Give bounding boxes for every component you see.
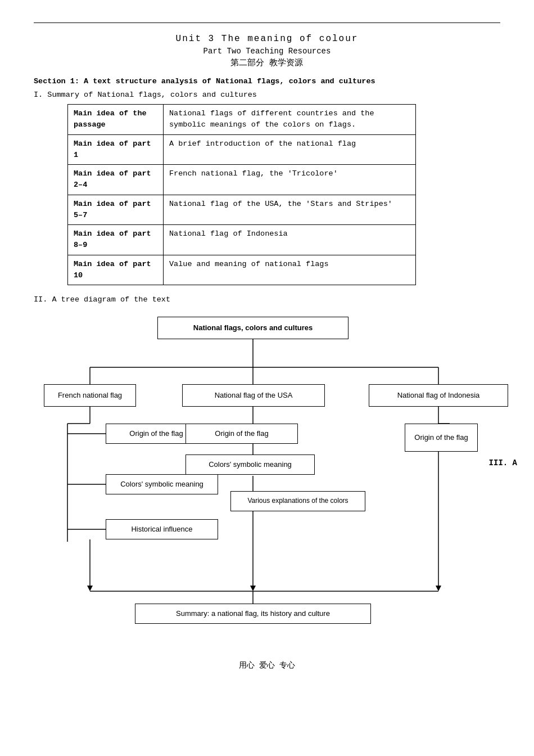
usa-flag-box: National flag of the USA: [182, 384, 325, 407]
roman1-heading: I. Summary of National flags, colors and…: [34, 89, 500, 101]
table-row: Main idea of part 1A brief introduction …: [68, 134, 416, 165]
roman2-heading: II. A tree diagram of the text: [34, 294, 500, 305]
table-cell-value: French national flag, the 'Tricolore': [164, 165, 416, 195]
indonesia-origin-box: Origin of the flag: [405, 424, 478, 452]
table-cell-label: Main idea of the passage: [68, 105, 164, 135]
table-row: Main idea of part 10Value and meaning of…: [68, 255, 416, 285]
table-cell-value: Value and meaning of national flags: [164, 255, 416, 285]
title-block: Unit 3 The meaning of colour Part Two Te…: [34, 32, 500, 70]
iii-a-label: III. A: [489, 457, 517, 469]
svg-marker-12: [87, 586, 93, 591]
table-row: Main idea of part 2–4French national fla…: [68, 165, 416, 195]
french-historical-box: Historical influence: [106, 519, 218, 539]
table-row: Main idea of the passageNational flags o…: [68, 105, 416, 135]
table-row: Main idea of part 8–9National flag of In…: [68, 225, 416, 255]
summary-table: Main idea of the passageNational flags o…: [67, 104, 416, 285]
sub-title: Part Two Teaching Resources: [34, 46, 500, 57]
svg-marker-23: [436, 586, 441, 591]
table-row: Main idea of part 5–7National flag of th…: [68, 195, 416, 225]
chinese-title: 第二部分 教学资源: [34, 57, 500, 70]
table-cell-value: National flag of Indonesia: [164, 225, 416, 255]
indonesia-flag-box: National flag of Indonesia: [369, 384, 508, 407]
root-box: National flags, colors and cultures: [157, 317, 349, 339]
footer: 用心 爱心 专心: [34, 660, 500, 672]
tree-diagram: National flags, colors and cultures Fren…: [34, 311, 517, 626]
table-cell-label: Main idea of part 2–4: [68, 165, 164, 195]
table-cell-value: National flags of different countries an…: [164, 105, 416, 135]
french-colors-box: Colors' symbolic meaning: [106, 474, 218, 494]
main-title: Unit 3 The meaning of colour: [34, 32, 500, 46]
table-cell-label: Main idea of part 5–7: [68, 195, 164, 225]
usa-various-box: Various explanations of the colors: [230, 491, 365, 511]
usa-colors-box: Colors' symbolic meaning: [185, 454, 315, 475]
french-flag-box: French national flag: [44, 384, 136, 407]
summary-box: Summary: a national flag, its history an…: [135, 604, 371, 624]
svg-marker-19: [250, 586, 256, 591]
section1-heading: Section 1: A text structure analysis of …: [34, 76, 500, 87]
table-cell-label: Main idea of part 10: [68, 255, 164, 285]
usa-origin-box: Origin of the flag: [185, 424, 298, 444]
top-rule: [34, 22, 500, 23]
table-cell-value: National flag of the USA, the 'Stars and…: [164, 195, 416, 225]
table-cell-value: A brief introduction of the national fla…: [164, 134, 416, 165]
table-cell-label: Main idea of part 8–9: [68, 225, 164, 255]
table-cell-label: Main idea of part 1: [68, 134, 164, 165]
